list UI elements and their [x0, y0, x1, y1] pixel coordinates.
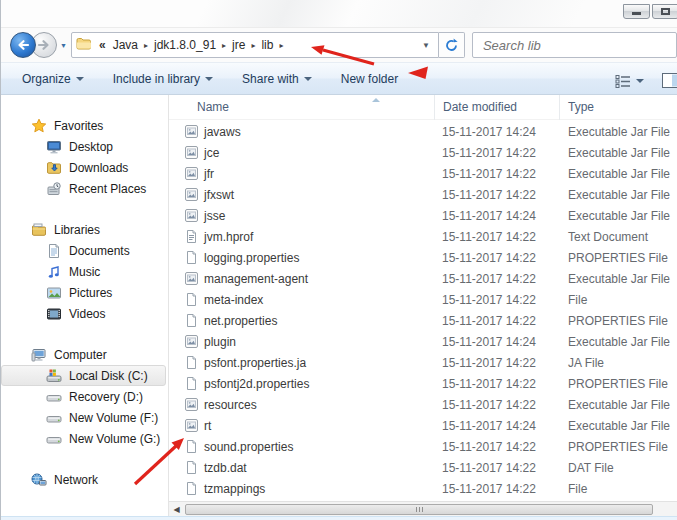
star-icon	[31, 118, 47, 134]
file-row-javaws[interactable]: javaws15-11-2017 14:24Executable Jar Fil…	[169, 121, 677, 142]
file-type: Executable Jar File	[559, 125, 677, 139]
file-row-sound-properties[interactable]: sound.properties15-11-2017 14:22PROPERTI…	[169, 436, 677, 457]
file-row-jsse[interactable]: jsse15-11-2017 14:24Executable Jar File	[169, 205, 677, 226]
preview-pane-button[interactable]	[656, 68, 677, 93]
toolbar-button-label: Organize	[22, 72, 71, 86]
file-date: 15-11-2017 14:22	[434, 188, 559, 202]
page-icon	[184, 440, 198, 454]
address-dropdown-icon[interactable]: ▼	[418, 41, 434, 50]
breadcrumb-item-java[interactable]: Java	[109, 35, 142, 55]
sidebar-item-recovery-d[interactable]: Recovery (D:)	[1, 386, 168, 407]
file-name-cell: sound.properties	[169, 440, 434, 454]
file-row-resources[interactable]: resources15-11-2017 14:22Executable Jar …	[169, 394, 677, 415]
sidebar-item-downloads[interactable]: Downloads	[1, 157, 168, 178]
include-in-library-button[interactable]: Include in library	[105, 66, 221, 92]
file-row-management-agent[interactable]: management-agent15-11-2017 14:22Executab…	[169, 268, 677, 289]
change-view-button[interactable]	[609, 69, 650, 93]
sidebar-item-label: Recent Places	[69, 182, 146, 196]
file-type: File	[559, 482, 677, 496]
file-row-plugin[interactable]: plugin15-11-2017 14:24Executable Jar Fil…	[169, 331, 677, 352]
refresh-button[interactable]	[439, 32, 465, 58]
sidebar-item-videos[interactable]: Videos	[1, 303, 168, 324]
file-type: Executable Jar File	[559, 272, 677, 286]
maximize-button[interactable]	[652, 4, 677, 19]
file-name: jce	[204, 146, 219, 160]
file-row-jce[interactable]: jce15-11-2017 14:22Executable Jar File	[169, 142, 677, 163]
breadcrumb-separator-icon[interactable]: ▸	[277, 41, 285, 50]
file-date: 15-11-2017 14:22	[434, 272, 559, 286]
file-row-logging-properties[interactable]: logging.properties15-11-2017 14:22PROPER…	[169, 247, 677, 268]
new-folder-button[interactable]: New folder	[333, 66, 406, 92]
file-date: 15-11-2017 14:24	[434, 335, 559, 349]
back-button[interactable]	[10, 32, 36, 58]
chevron-down-icon	[304, 77, 312, 81]
breadcrumb-item-jre[interactable]: jre	[228, 35, 249, 55]
breadcrumb: «Java▸jdk1.8.0_91▸jre▸lib▸	[96, 35, 418, 55]
sidebar-item-label: Local Disk (C:)	[69, 369, 148, 383]
file-row-meta-index[interactable]: meta-index15-11-2017 14:22File	[169, 289, 677, 310]
minimize-button[interactable]	[623, 4, 650, 19]
sidebar-item-new-volume-g[interactable]: New Volume (G:)	[1, 428, 168, 449]
horizontal-scrollbar[interactable]: ◀	[169, 501, 677, 516]
file-row-tzdb-dat[interactable]: tzdb.dat15-11-2017 14:22DAT File	[169, 457, 677, 478]
scrollbar-thumb[interactable]	[185, 504, 653, 515]
breadcrumb-overflow-icon[interactable]: «	[96, 38, 109, 52]
sidebar-item-recent-places[interactable]: Recent Places	[1, 178, 168, 199]
organize-button[interactable]: Organize	[14, 66, 92, 92]
file-row-jvm-hprof[interactable]: jvm.hprof15-11-2017 14:22Text Document	[169, 226, 677, 247]
file-type: Executable Jar File	[559, 209, 677, 223]
search-box[interactable]	[472, 32, 677, 58]
sidebar-item-new-volume-f[interactable]: New Volume (F:)	[1, 407, 168, 428]
column-header-date[interactable]: Date modified	[434, 95, 559, 120]
file-row-psfont-properties-ja[interactable]: psfont.properties.ja15-11-2017 14:22JA F…	[169, 352, 677, 373]
breadcrumb-separator-icon[interactable]: ▸	[249, 41, 257, 50]
sidebar-item-label: Libraries	[54, 223, 100, 237]
file-date: 15-11-2017 14:24	[434, 125, 559, 139]
sidebar-item-favorites[interactable]: Favorites	[1, 115, 168, 136]
jar-icon	[184, 125, 198, 139]
search-input[interactable]	[481, 37, 668, 54]
recent-pages-dropdown[interactable]: ▼	[60, 42, 67, 49]
sort-ascending-icon	[372, 98, 380, 102]
sidebar-item-local-disk-c[interactable]: Local Disk (C:)	[1, 365, 166, 386]
breadcrumb-separator-icon[interactable]: ▸	[142, 41, 150, 50]
scroll-left-icon[interactable]: ◀	[169, 502, 184, 517]
sidebar-item-music[interactable]: Music	[1, 261, 168, 282]
navigation-pane: FavoritesDesktopDownloadsRecent PlacesLi…	[1, 95, 169, 516]
file-row-rt[interactable]: rt15-11-2017 14:24Executable Jar File	[169, 415, 677, 436]
breadcrumb-separator-icon[interactable]: ▸	[220, 41, 228, 50]
main-area: FavoritesDesktopDownloadsRecent PlacesLi…	[1, 95, 677, 516]
file-row-jfr[interactable]: jfr15-11-2017 14:22Executable Jar File	[169, 163, 677, 184]
file-name-cell: rt	[169, 419, 434, 433]
breadcrumb-item-jdk1.8.0_91[interactable]: jdk1.8.0_91	[150, 35, 220, 55]
sidebar-item-computer[interactable]: Computer	[1, 344, 168, 365]
file-type: Executable Jar File	[559, 146, 677, 160]
page-icon	[184, 251, 198, 265]
toolbar-buttons: OrganizeInclude in libraryShare withNew …	[14, 66, 419, 92]
page-icon	[184, 461, 198, 475]
sidebar-item-pictures[interactable]: Pictures	[1, 282, 168, 303]
file-row-tzmappings[interactable]: tzmappings15-11-2017 14:22File	[169, 478, 677, 499]
address-bar[interactable]: «Java▸jdk1.8.0_91▸jre▸lib▸ ▼	[71, 32, 439, 58]
column-header-name[interactable]: Name	[169, 95, 434, 120]
sidebar-item-label: Computer	[54, 348, 107, 362]
videos-icon	[46, 306, 62, 322]
file-name-cell: psfont.properties.ja	[169, 356, 434, 370]
breadcrumb-item-lib[interactable]: lib	[257, 35, 277, 55]
file-name: tzdb.dat	[204, 461, 247, 475]
file-name-cell: jfxswt	[169, 188, 434, 202]
share-with-button[interactable]: Share with	[234, 66, 320, 92]
sidebar-item-documents[interactable]: Documents	[1, 240, 168, 261]
column-header-type[interactable]: Type	[559, 95, 677, 120]
file-name: tzmappings	[204, 482, 265, 496]
sidebar-item-libraries[interactable]: Libraries	[1, 219, 168, 240]
file-date: 15-11-2017 14:22	[434, 440, 559, 454]
file-row-net-properties[interactable]: net.properties15-11-2017 14:22PROPERTIES…	[169, 310, 677, 331]
sidebar-item-desktop[interactable]: Desktop	[1, 136, 168, 157]
file-date: 15-11-2017 14:22	[434, 293, 559, 307]
file-type: PROPERTIES File	[559, 440, 677, 454]
file-row-psfontj2d-properties[interactable]: psfontj2d.properties15-11-2017 14:22PROP…	[169, 373, 677, 394]
file-row-jfxswt[interactable]: jfxswt15-11-2017 14:22Executable Jar Fil…	[169, 184, 677, 205]
file-name-cell: logging.properties	[169, 251, 434, 265]
sidebar-item-network[interactable]: Network	[1, 469, 168, 490]
